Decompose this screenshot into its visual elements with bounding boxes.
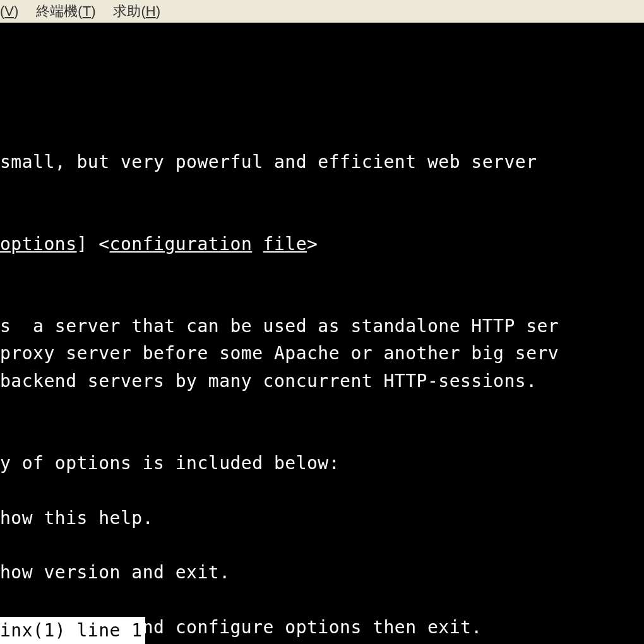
terminal[interactable]: small, but very powerful and efficient w… (0, 23, 644, 644)
manpage-content: small, but very powerful and efficient w… (0, 66, 644, 644)
menu-view[interactable]: (V) (0, 3, 18, 20)
desc-line-2: proxy server before some Apache or anoth… (0, 343, 559, 364)
desc-line-1: s a server that can be used as standalon… (0, 316, 559, 337)
options-intro: y of options is included below: (0, 453, 340, 474)
synopsis-configuration: configuration (110, 234, 253, 254)
option-version: how version and exit. (0, 562, 230, 583)
pager-statusline: inx(1) line 1 (0, 617, 145, 644)
desc-line-3: backend servers by many concurrent HTTP-… (0, 371, 537, 391)
synopsis-options: options (0, 234, 77, 254)
menu-terminal[interactable]: 終端機(T) (36, 2, 95, 21)
synopsis-file: file (263, 234, 307, 254)
name-line: small, but very powerful and efficient w… (0, 152, 537, 172)
option-help: how this help. (0, 508, 153, 528)
menubar: (V) 終端機(T) 求助(H) (0, 0, 644, 23)
menu-help[interactable]: 求助(H) (113, 2, 160, 21)
